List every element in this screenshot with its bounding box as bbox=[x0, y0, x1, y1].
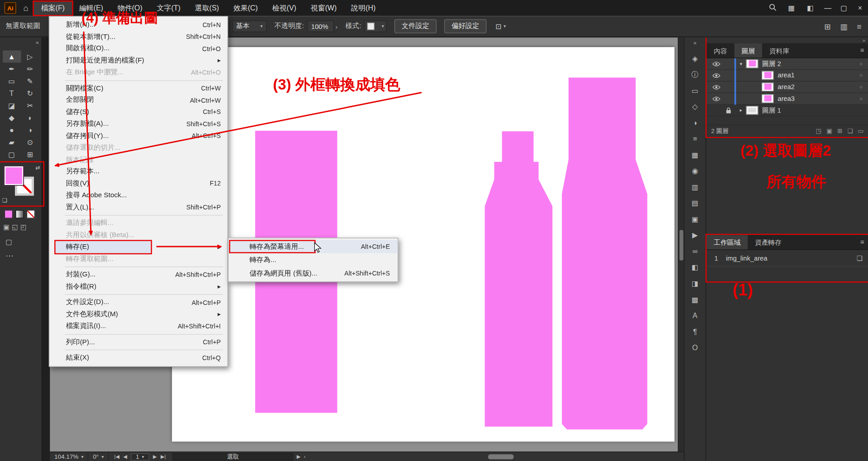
panel-menu-icon[interactable]: ≡ bbox=[857, 22, 861, 31]
file-menu-item-save-as-template[interactable]: 另存範本... bbox=[49, 166, 227, 177]
tab-properties[interactable]: 內容 bbox=[707, 43, 734, 58]
artwork-shape-area3[interactable] bbox=[562, 77, 647, 429]
workspace-switcher-icon[interactable]: ▦ bbox=[782, 4, 801, 12]
menubar-menu-view[interactable]: 檢視(V) bbox=[265, 1, 303, 14]
file-menu-item-export[interactable]: 轉存(E)▸ bbox=[49, 241, 227, 253]
file-menu-item-new-from-template[interactable]: 從範本新增(T)...Shift+Ctrl+N bbox=[49, 31, 227, 43]
layer-thumbnail[interactable] bbox=[746, 106, 758, 115]
menubar-menu-edit[interactable]: 編輯(E) bbox=[72, 1, 110, 14]
gradient-button[interactable] bbox=[15, 210, 24, 218]
menubar-menu-file[interactable]: 檔案(F) bbox=[34, 1, 72, 14]
shear-tool[interactable]: ▰ bbox=[3, 136, 21, 148]
export-submenu-item-export-for-screens[interactable]: 轉存為螢幕適用...Alt+Ctrl+E bbox=[229, 240, 398, 253]
layer-name[interactable]: 圖層 1 bbox=[762, 105, 781, 115]
locate-object-icon[interactable]: ◳ bbox=[816, 128, 822, 135]
layer-thumbnail[interactable] bbox=[746, 59, 758, 68]
new-sublayer-icon[interactable]: ⊞ bbox=[837, 128, 842, 135]
paragraph-panel-icon[interactable]: ¶ bbox=[685, 323, 706, 340]
menubar-menu-window[interactable]: 視窗(W) bbox=[303, 1, 344, 14]
layer-thumbnail[interactable] bbox=[762, 82, 774, 91]
pen-tool[interactable]: ✒ bbox=[3, 62, 21, 75]
layer-thumbnail[interactable] bbox=[762, 94, 774, 103]
vertical-scrollbar-thumb[interactable] bbox=[680, 230, 684, 260]
layer-name[interactable]: 圖層 2 bbox=[762, 59, 781, 68]
graphic-styles-panel-icon[interactable]: ▣ bbox=[685, 211, 706, 228]
new-layer-icon[interactable]: ❏ bbox=[847, 128, 853, 135]
layer-row-area3[interactable]: area3○ bbox=[707, 93, 868, 105]
export-submenu-item-export-as[interactable]: 轉存為... bbox=[229, 253, 398, 266]
file-menu-item-open-recent[interactable]: 打開最近使用過的檔案(F)▸ bbox=[49, 55, 227, 67]
artboard-icon[interactable]: ❏ bbox=[857, 254, 863, 262]
last-artboard-button[interactable]: ▶| bbox=[161, 454, 166, 459]
maximize-button[interactable]: ▢ bbox=[836, 0, 852, 16]
search-icon[interactable] bbox=[763, 3, 782, 13]
eyedropper-tool[interactable]: ◗ bbox=[21, 111, 39, 124]
layer-thumbnail[interactable] bbox=[762, 71, 774, 80]
make-clipping-mask-icon[interactable]: ▣ bbox=[826, 128, 832, 135]
tab-layers[interactable]: 圖層 bbox=[734, 43, 762, 58]
menubar-menu-help[interactable]: 說明(H) bbox=[344, 1, 383, 14]
draw-behind-button[interactable]: ◱ bbox=[12, 223, 18, 231]
fill-color-swatch[interactable] bbox=[4, 166, 24, 185]
file-menu-item-save-a-copy[interactable]: 儲存拷貝(Y)...Alt+Ctrl+S bbox=[49, 130, 227, 142]
toolbar-more-icon[interactable]: ⋯ bbox=[5, 251, 14, 260]
menubar-menu-type[interactable]: 文字(T) bbox=[150, 1, 188, 14]
toolbar-collapse-icon[interactable]: « bbox=[36, 39, 39, 45]
draw-normal-button[interactable]: ▣ bbox=[3, 223, 10, 231]
artwork-shape-area2[interactable] bbox=[485, 131, 552, 427]
home-icon[interactable]: ⌂ bbox=[23, 4, 28, 12]
shape-builder-tool[interactable]: ◆ bbox=[3, 111, 21, 124]
menubar-menu-select[interactable]: 選取(S) bbox=[188, 1, 226, 14]
tab-artboards[interactable]: 工作區域 bbox=[707, 235, 748, 249]
menubar-menu-effect[interactable]: 效果(C) bbox=[226, 1, 265, 14]
first-artboard-button[interactable]: |◀ bbox=[114, 454, 119, 459]
artboard-name[interactable]: img_link_area bbox=[726, 254, 857, 262]
prev-artboard-button[interactable]: ◀ bbox=[123, 454, 127, 459]
screen-mode-button[interactable]: ▢ bbox=[5, 238, 12, 246]
next-artboard-button[interactable]: ▶ bbox=[153, 454, 157, 459]
status-collapse-icon[interactable]: ‹ bbox=[304, 454, 306, 459]
layer-row-layer-1[interactable]: ▸圖層 1 bbox=[707, 105, 868, 116]
eye-icon[interactable] bbox=[710, 73, 722, 78]
file-menu-item-close-all[interactable]: 全部關閉Alt+Ctrl+W bbox=[49, 94, 227, 106]
swatches-panel-icon[interactable]: ▦ bbox=[685, 147, 706, 163]
asset-export-panel-icon[interactable]: ◧ bbox=[685, 259, 706, 276]
layer-target-icon[interactable]: ○ bbox=[859, 72, 863, 78]
gradient-panel-icon[interactable]: ◑ bbox=[685, 115, 706, 131]
stroke-panel-icon[interactable]: ≡ bbox=[685, 131, 706, 147]
libraries-panel-icon[interactable]: ◨ bbox=[685, 276, 706, 292]
panel-menu-icon[interactable]: ≡ bbox=[860, 238, 864, 246]
artboards-panel-icon[interactable]: ▭ bbox=[685, 82, 706, 99]
document-setup-button[interactable]: 文件設定 bbox=[394, 19, 436, 33]
vertical-scrollbar[interactable] bbox=[678, 37, 684, 451]
default-colors-icon[interactable]: ❏ bbox=[2, 197, 7, 203]
panel-menu-icon[interactable]: ≡ bbox=[860, 47, 864, 54]
export-submenu-item-save-for-web[interactable]: 儲存為網頁用 (舊版)...Alt+Shift+Ctrl+S bbox=[229, 266, 398, 280]
pathfinder-panel-icon[interactable]: ◇ bbox=[685, 99, 706, 115]
zoom-level-dropdown[interactable]: 104.17%▾ bbox=[50, 452, 88, 461]
collapse-layer-icon[interactable]: ▾ bbox=[736, 61, 746, 67]
blob-brush-tool[interactable]: ● bbox=[3, 124, 21, 136]
image-trace-panel-icon[interactable]: ▩ bbox=[685, 291, 706, 308]
delete-layer-icon[interactable]: ▭ bbox=[858, 128, 864, 135]
strip-collapse-icon[interactable]: « bbox=[694, 40, 697, 46]
horizontal-scrollbar-thumb[interactable] bbox=[488, 454, 513, 459]
file-menu-item-scripts[interactable]: 指令檔(R)▸ bbox=[49, 280, 227, 292]
layer-target-icon[interactable]: ○ bbox=[859, 96, 863, 101]
direct-selection-tool[interactable]: ▷ bbox=[21, 50, 39, 62]
columns-view-icon[interactable]: ▥ bbox=[840, 22, 847, 31]
file-menu-item-package[interactable]: 封裝(G)...Alt+Shift+Ctrl+P bbox=[49, 269, 227, 280]
draw-inside-button[interactable]: ◰ bbox=[20, 223, 27, 231]
file-menu-item-close[interactable]: 關閉檔案(C)Ctrl+W bbox=[49, 82, 227, 94]
appearance-panel-icon[interactable]: ▤ bbox=[685, 195, 706, 211]
swap-fill-stroke-icon[interactable]: ⇄ bbox=[35, 165, 40, 171]
tab-libraries[interactable]: 資料庫 bbox=[762, 43, 796, 58]
app-logo-icon[interactable]: Ai bbox=[5, 2, 16, 14]
lock-icon[interactable] bbox=[722, 107, 734, 113]
layer-row-layer-2[interactable]: ▾圖層 2○ bbox=[707, 58, 868, 70]
expand-layer-icon[interactable]: ▸ bbox=[736, 108, 746, 113]
file-menu-item-revert[interactable]: 回復(V)F12 bbox=[49, 178, 227, 190]
preferences-button[interactable]: 偏好設定 bbox=[444, 19, 486, 33]
file-menu-item-open[interactable]: 開啟舊檔(O)...Ctrl+O bbox=[49, 43, 227, 54]
zoom-tool[interactable]: ⊙ bbox=[21, 136, 39, 148]
